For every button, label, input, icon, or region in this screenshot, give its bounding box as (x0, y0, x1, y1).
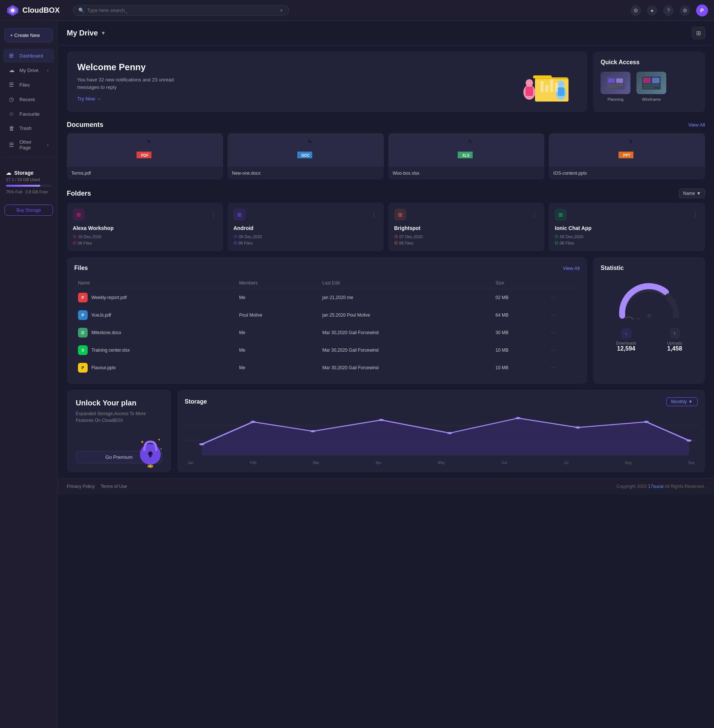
plan-section: Unlock Your plan Expanded Storage,Access… (67, 390, 171, 472)
monthly-button[interactable]: Monthly ▼ (666, 397, 698, 406)
file-icon-ppt: P (78, 363, 88, 373)
svg-rect-4 (533, 75, 552, 78)
sidebar-item-dashboard[interactable]: ⊞ Dashboard (3, 48, 54, 63)
files-view-all[interactable]: View All (563, 265, 580, 271)
welcome-section: Welcome Penny You have 32 new notificati… (58, 45, 714, 118)
folder-card-android[interactable]: ⊞ ⋮ Android ◷ 09 Dec,2020 ⊡ 08 Files (228, 203, 384, 251)
file-menu-2[interactable]: ⋯ (551, 330, 555, 335)
sidebar-item-label-trash: Trash (20, 125, 32, 131)
folder-meta-android: ◷ 09 Dec,2020 ⊡ 08 Files (234, 234, 378, 245)
col-header-name: Name (74, 277, 236, 289)
logo-text: CloudBOX (22, 6, 60, 15)
svg-text:★: ★ (141, 440, 144, 444)
documents-view-all[interactable]: View All (688, 122, 705, 128)
file-menu-3[interactable]: ⋯ (551, 347, 555, 353)
sidebar-item-files[interactable]: ☰ Files (3, 78, 54, 92)
quick-item-wireframe[interactable]: Wireframe (636, 72, 666, 102)
svg-rect-25 (643, 87, 654, 89)
folder-card-ionic[interactable]: ⊞ ⋮ Ionic Chat App ◷ 06 Dec,2020 ⊡ 08 Fi… (549, 203, 705, 251)
file-menu-0[interactable]: ⋯ (551, 295, 555, 300)
wireframe-thumbnail (636, 72, 666, 94)
svg-point-7 (526, 79, 533, 87)
help-icon[interactable]: ? (663, 5, 674, 16)
svg-text:PPT: PPT (623, 153, 630, 158)
folder-menu-android[interactable]: ⋮ (371, 211, 378, 218)
try-now-link[interactable]: Try Now → (77, 96, 577, 102)
search-input[interactable] (87, 8, 276, 13)
file-menu-1[interactable]: ⋯ (551, 313, 555, 318)
storage-chart-section: Storage Monthly ▼ (177, 390, 705, 472)
welcome-title: Welcome Penny (77, 62, 577, 72)
doc-card-doc[interactable]: DOC New-one.docx (228, 133, 384, 180)
folders-header: Folders Name ▼ (58, 185, 714, 203)
sidebar-item-label-files: Files (20, 82, 30, 88)
doc-card-ppt[interactable]: PPT IOS-content.pptx (549, 133, 705, 180)
folders-sort[interactable]: Name ▼ (679, 188, 705, 198)
folder-icon-brightspot: ⊞ (394, 209, 406, 221)
search-dropdown-icon[interactable]: ▼ (279, 8, 284, 13)
folder-icon-android: ⊞ (234, 209, 246, 221)
folder-name-alexa: Alexa Workshop (73, 225, 217, 231)
quick-item-planning[interactable]: Planning (601, 72, 630, 102)
privacy-policy-link[interactable]: Privacy Policy (67, 484, 95, 489)
svg-text:XLS: XLS (463, 153, 470, 158)
storage-bar-fill (6, 185, 40, 187)
storage-chart-header: Storage Monthly ▼ (184, 397, 698, 406)
folder-card-alexa[interactable]: ⊞ ⋮ Alexa Workshop ◷ 10 Dec,2020 ⊡ 08 Fi… (67, 203, 223, 251)
files-table: Name Members Last Edit Size PWeekly-repo… (74, 277, 580, 376)
folder-menu-alexa[interactable]: ⋮ (210, 211, 217, 218)
file-icon-pdf-1: P (78, 293, 88, 302)
other-icon: ☰ (9, 141, 16, 148)
terms-of-use-link[interactable]: Terms of Use (101, 484, 127, 489)
search-bar[interactable]: 🔍 ▼ (73, 5, 289, 16)
storage-bar-background (6, 185, 51, 187)
folder-name-ionic: Ionic Chat App (555, 225, 699, 231)
footer: Privacy Policy Terms of Use Copyright 20… (58, 478, 714, 494)
logo: CloudBOX (6, 4, 64, 17)
folder-menu-brightspot[interactable]: ⋮ (532, 211, 538, 218)
svg-point-65 (644, 421, 649, 423)
file-menu-4[interactable]: ⋯ (551, 365, 555, 370)
svg-text:PDF: PDF (141, 153, 148, 158)
col-header-actions (547, 277, 580, 289)
welcome-card: Welcome Penny You have 32 new notificati… (67, 51, 587, 112)
avatar[interactable]: P (696, 5, 708, 17)
folder-meta-brightspot: ◷ 07 Dec,2020 ⊡ 08 Files (394, 234, 538, 245)
clock-icon-3: ◷ (394, 234, 398, 239)
table-row: DMilestone.docx Me Mar 30,2020 Gail Forc… (74, 324, 580, 341)
chart-area (184, 411, 698, 459)
sidebar-item-favourite[interactable]: ☆ Favourite (3, 107, 54, 121)
sidebar-item-my-drive[interactable]: ☁ My Drive › (3, 63, 54, 77)
favourite-icon: ☆ (9, 110, 16, 117)
sidebar-item-label-dashboard: Dashboard (20, 53, 43, 59)
svg-rect-11 (558, 87, 564, 96)
settings-icon[interactable]: ⚙ (630, 5, 641, 16)
folder-date-brightspot: ◷ 07 Dec,2020 (394, 234, 538, 239)
create-new-button[interactable]: + Create New (4, 29, 53, 42)
folder-date-alexa: ◷ 10 Dec,2020 (73, 234, 217, 239)
clock-icon-4: ◷ (555, 234, 558, 239)
sidebar-item-trash[interactable]: 🗑 Trash (3, 121, 54, 135)
drive-chevron-icon[interactable]: ▼ (101, 30, 106, 36)
folder-menu-ionic[interactable]: ⋮ (692, 211, 699, 218)
view-toggle-button[interactable]: ⊞ (692, 27, 705, 39)
folder-card-brightspot[interactable]: ⊞ ⋮ Brightspot ◷ 07 Dec,2020 ⊡ 08 Files (388, 203, 544, 251)
folder-files-android: ⊡ 08 Files (234, 241, 378, 245)
chevron-right-icon-2: › (47, 143, 48, 147)
table-row: PVueJs.pdf Poul Molive jan 25,2020 Poul … (74, 307, 580, 324)
sidebar-item-other-page[interactable]: ☰ Other Page › (3, 135, 54, 154)
circle-icon[interactable]: ● (647, 5, 657, 16)
doc-card-xls[interactable]: XLS Woo-box.xlsx (388, 133, 544, 180)
gear-icon[interactable]: ⚙ (680, 5, 690, 16)
svg-point-58 (199, 443, 204, 445)
storage-title: ☁ Storage (6, 170, 51, 176)
stat-metrics: ↓ Downloads 12,594 ↑ Uploads 1,458 (601, 328, 698, 352)
chevron-right-icon: › (47, 68, 48, 72)
buy-storage-button[interactable]: Buy Storage (4, 205, 53, 216)
welcome-illustration (513, 59, 576, 105)
doc-card-pdf[interactable]: PDF Terms.pdf (67, 133, 223, 180)
sidebar-item-recent[interactable]: ◷ Recent (3, 92, 54, 107)
footer-brand-link[interactable]: 17sucai (648, 484, 663, 489)
folders-title: Folders (67, 190, 91, 197)
metric-downloads: ↓ Downloads 12,594 (616, 328, 636, 352)
